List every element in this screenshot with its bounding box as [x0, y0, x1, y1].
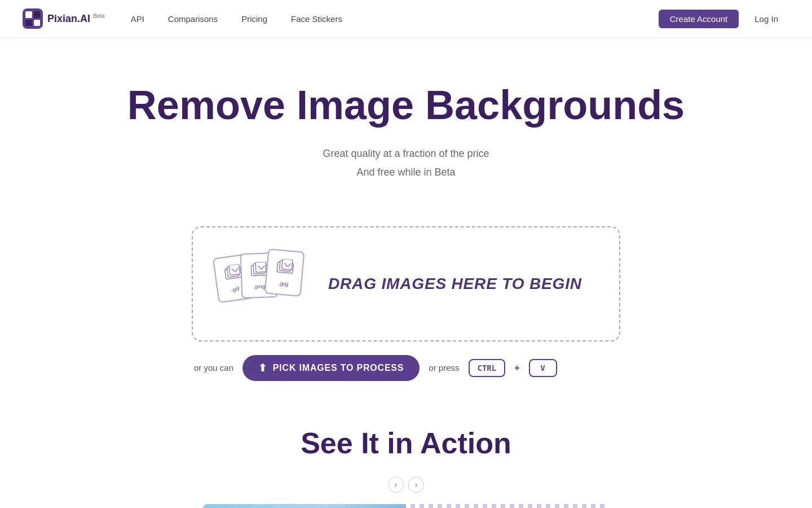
ext-jpg: .jpg: [279, 280, 289, 287]
pick-images-button[interactable]: ⬆ PICK IMAGES TO PROCESS: [242, 355, 420, 381]
drop-zone[interactable]: .gif .png .jpg: [192, 226, 620, 341]
upload-icon: ⬆: [258, 362, 267, 374]
file-icons-illustration: .gif .png .jpg: [215, 250, 306, 318]
svg-rect-2: [228, 264, 240, 275]
logo-cell-4: [34, 20, 41, 27]
hero-subtitle-1: Great quality at a fraction of the price: [23, 144, 789, 163]
logo-cell-3: [25, 20, 32, 27]
arrow-left-icon: ‹: [395, 481, 397, 489]
svg-rect-5: [255, 261, 266, 272]
nav-face-stickers[interactable]: Face Stickers: [282, 10, 351, 28]
nav-pricing[interactable]: Pricing: [232, 10, 276, 28]
plus-sign: +: [514, 363, 519, 373]
ext-png: .png: [253, 283, 265, 290]
svg-rect-8: [281, 259, 293, 270]
hero-title: Remove Image Backgrounds: [23, 83, 789, 128]
action-section: See It in Action ‹ ›: [0, 381, 812, 508]
logo-icon: [23, 8, 43, 29]
pick-prefix: or you can: [194, 363, 233, 373]
drop-section: .gif .png .jpg: [180, 226, 632, 381]
nav-api[interactable]: API: [122, 10, 153, 28]
logo-link[interactable]: Pixian.AI Beta: [23, 8, 105, 29]
hero-section: Remove Image Backgrounds Great quality a…: [0, 38, 812, 204]
action-title: See It in Action: [23, 426, 789, 460]
nav-right: Create Account Log In: [659, 10, 789, 28]
login-button[interactable]: Log In: [743, 10, 789, 28]
navbar: Pixian.AI Beta API Comparisons Pricing F…: [0, 0, 812, 38]
file-card-jpg: .jpg: [264, 248, 305, 296]
press-text: or press: [429, 363, 459, 373]
carousel-prev-button[interactable]: ‹: [388, 477, 404, 493]
logo-cell-2: [34, 11, 41, 18]
drag-text: DRAG IMAGES HERE TO BEGIN: [328, 275, 582, 293]
ctrl-key: CTRL: [469, 359, 506, 377]
brand-name: Pixian.AI Beta: [47, 13, 105, 25]
create-account-button[interactable]: Create Account: [659, 10, 739, 28]
nav-comparisons[interactable]: Comparisons: [159, 10, 227, 28]
carousel-arrows: ‹ ›: [23, 477, 789, 493]
preview-original: [203, 504, 406, 508]
pick-button-label: PICK IMAGES TO PROCESS: [273, 363, 404, 373]
carousel-next-button[interactable]: ›: [408, 477, 424, 493]
pick-row: or you can ⬆ PICK IMAGES TO PROCESS or p…: [192, 355, 620, 381]
nav-links: API Comparisons Pricing Face Stickers: [122, 10, 659, 28]
ext-gif: .gif: [231, 285, 240, 292]
v-key: V: [529, 359, 557, 377]
arrow-right-icon: ›: [415, 481, 417, 489]
hero-subtitle-2: And free while in Beta: [23, 163, 789, 181]
preview-strip: [23, 504, 789, 508]
preview-processed: [406, 504, 609, 508]
logo-cell-1: [25, 11, 32, 18]
